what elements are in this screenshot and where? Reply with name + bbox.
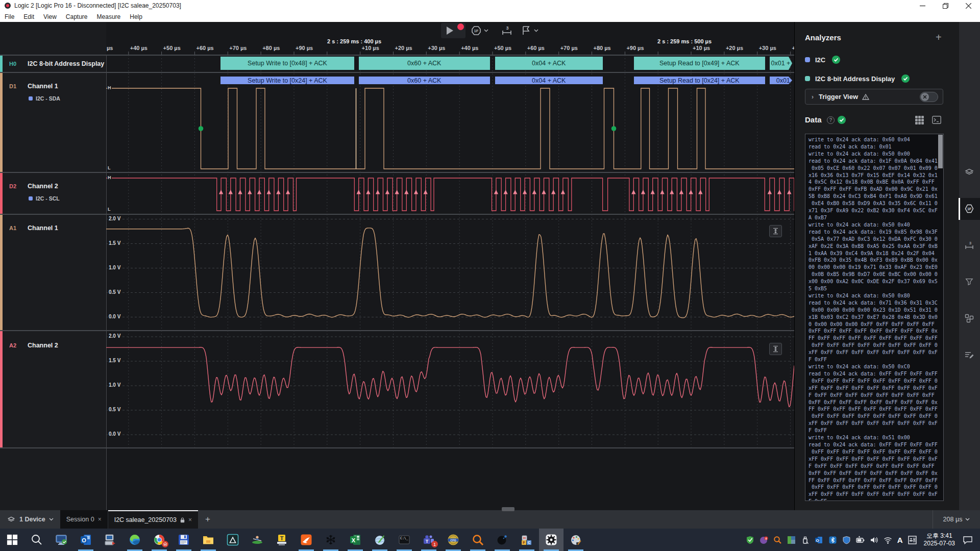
analyzer-item[interactable]: I2C: [805, 56, 840, 64]
analog-scale-button[interactable]: [769, 225, 782, 237]
add-analyzer-button[interactable]: +: [936, 32, 942, 43]
analyzers-hexagon-tool[interactable]: 1F: [959, 198, 980, 220]
taskbar-app-excel[interactable]: X: [343, 529, 368, 551]
menu-view[interactable]: View: [39, 11, 61, 22]
taskbar-app-logic[interactable]: [539, 529, 564, 551]
taskbar-app-sphere[interactable]: [490, 529, 514, 551]
taskbar-app-monitor[interactable]: [49, 529, 74, 551]
decoded-frame-i2c[interactable]: 0x60 + ACK: [359, 57, 491, 70]
taskbar-app-teams[interactable]: T1: [416, 529, 441, 551]
annotations-notes-tool[interactable]: [959, 344, 980, 366]
new-tab-button[interactable]: +: [199, 510, 217, 529]
taskbar-app-blocks[interactable]: HFC: [514, 529, 539, 551]
decoded-frame-i2c-8bit[interactable]: Setup Write to [0x24] + ACK: [220, 77, 354, 84]
trigger-view-toggle[interactable]: [920, 92, 938, 102]
taskbar-app-cfg[interactable]: CFG: [441, 529, 465, 551]
channel-row-a2[interactable]: A2Channel 2: [0, 331, 106, 448]
menu-measure[interactable]: Measure: [92, 11, 126, 22]
filter-funnel-tool[interactable]: [959, 271, 980, 293]
lock-icon: [180, 517, 185, 523]
help-icon[interactable]: ?: [827, 116, 835, 124]
menu-help[interactable]: Help: [125, 11, 147, 22]
tray-ime-a[interactable]: A: [897, 536, 903, 544]
extensions-tool[interactable]: [959, 308, 980, 330]
voltage-axis-label: 2.0 V: [108, 333, 121, 339]
menu-capture[interactable]: Capture: [61, 11, 92, 22]
taskbar-app-chrome[interactable]: 승: [147, 529, 172, 551]
tray-speaker[interactable]: [870, 536, 878, 544]
taskbar-app-folder[interactable]: [196, 529, 220, 551]
minimize-button[interactable]: [911, 0, 934, 11]
decoded-frame-i2c-8bit[interactable]: 0x60 + ACK: [359, 77, 491, 84]
capture-layers-tool[interactable]: [959, 161, 980, 183]
tray-bluetooth[interactable]: [828, 536, 837, 544]
channel-row-d1[interactable]: D1Channel 1I2C - SDA: [0, 72, 106, 172]
channel-color-stripe: [0, 214, 3, 331]
taskbar-app-magnifier[interactable]: [465, 529, 490, 551]
channel-color-stripe: [0, 172, 3, 214]
taskbar-app-floppy[interactable]: [172, 529, 196, 551]
device-selector[interactable]: 1 Device: [0, 510, 60, 529]
taskbar-app-pcprint[interactable]: [98, 529, 122, 551]
maximize-button[interactable]: [934, 0, 957, 11]
decoded-frame-i2c[interactable]: Setup Write to [0x48] + ACK: [220, 57, 354, 70]
taskbar-app-palette[interactable]: [564, 529, 588, 551]
tray-usb[interactable]: [801, 536, 810, 544]
analyzer-name: I2C - SCL: [36, 195, 60, 202]
taskbar-app-search[interactable]: [24, 529, 49, 551]
zoom-level-selector[interactable]: 208 µs: [933, 510, 980, 529]
decoded-frame-i2c-8bit[interactable]: 0x01: [770, 77, 793, 84]
decoded-frame-i2c[interactable]: Setup Read to [0x49] + ACK: [634, 57, 766, 70]
taskbar-clock[interactable]: 오후 3:412025-07-03: [924, 532, 955, 547]
tray-colorsq[interactable]: [787, 536, 796, 544]
tray-battery[interactable]: [856, 536, 865, 544]
channel-row-a1[interactable]: A1Channel 1: [0, 214, 106, 331]
session-tab[interactable]: I2C saleae_20250703×: [108, 510, 198, 529]
horizontal-scrollbar[interactable]: [502, 507, 514, 511]
waveform-canvas[interactable]: [106, 22, 794, 510]
taskbar-app-outlook[interactable]: O: [74, 529, 98, 551]
tab-close-button[interactable]: ×: [98, 516, 102, 523]
taskbar-app-kayak[interactable]: [245, 529, 270, 551]
channel-row-h0[interactable]: H0I2C 8-bit Address Display: [0, 55, 106, 72]
data-scrollbar-thumb[interactable]: [938, 135, 943, 168]
analog-scale-button[interactable]: [769, 343, 782, 355]
taskbar-app-tribox[interactable]: [220, 529, 245, 551]
data-terminal-view-button[interactable]: [932, 116, 941, 124]
taskbar-app-snowflake[interactable]: [318, 529, 343, 551]
notification-center-button[interactable]: [963, 536, 973, 544]
tab-close-button[interactable]: ×: [188, 516, 192, 523]
taskbar-app-cmd[interactable]: C:\_: [392, 529, 416, 551]
tray-wifi[interactable]: [884, 536, 892, 544]
data-log-panel[interactable]: write to 0x24 ack data: 0x60 0x04 read t…: [805, 134, 944, 501]
decoded-frame-i2c[interactable]: 0x04 + ACK: [495, 57, 603, 70]
tray-defender[interactable]: [842, 536, 851, 544]
session-tab[interactable]: Session 0×: [60, 510, 108, 529]
tray-outlook-sm[interactable]: O: [815, 536, 823, 544]
decoded-frame-i2c-8bit[interactable]: 0x04 + ACK: [495, 77, 603, 84]
menu-file[interactable]: File: [0, 11, 19, 22]
ime-a-icon: A: [897, 536, 903, 544]
taskbar-app-globe[interactable]: [368, 529, 392, 551]
colorsq-icon: [787, 536, 796, 544]
scl-rising-edge-arrow: [503, 190, 507, 194]
folder-icon: [202, 534, 214, 546]
tray-magnif[interactable]: [773, 536, 782, 544]
tray-pshield[interactable]: [760, 536, 768, 544]
close-button[interactable]: [957, 0, 980, 11]
decoded-frame-i2c[interactable]: 0x01 + NAK: [770, 57, 793, 70]
trigger-view-panel[interactable]: ›Trigger View: [805, 89, 943, 105]
expand-chevron-icon[interactable]: ›: [812, 93, 814, 101]
taskbar-app-tlaptop[interactable]: T: [270, 529, 294, 551]
data-grid-view-button[interactable]: [915, 116, 924, 124]
measurements-tool[interactable]: 3: [959, 235, 980, 257]
taskbar-app-bird[interactable]: [294, 529, 318, 551]
menu-edit[interactable]: Edit: [19, 11, 39, 22]
taskbar-app-edge[interactable]: [122, 529, 147, 551]
analyzer-item[interactable]: I2C 8-bit Address Display: [805, 74, 910, 83]
tray-vshield[interactable]: [746, 536, 754, 544]
decoded-frame-i2c-8bit[interactable]: Setup Read to [0x24] + ACK: [634, 77, 766, 84]
channel-row-d2[interactable]: D2Channel 2I2C - SCL: [0, 172, 106, 214]
tray-ime-han[interactable]: [908, 536, 917, 544]
start-button[interactable]: [0, 529, 24, 551]
